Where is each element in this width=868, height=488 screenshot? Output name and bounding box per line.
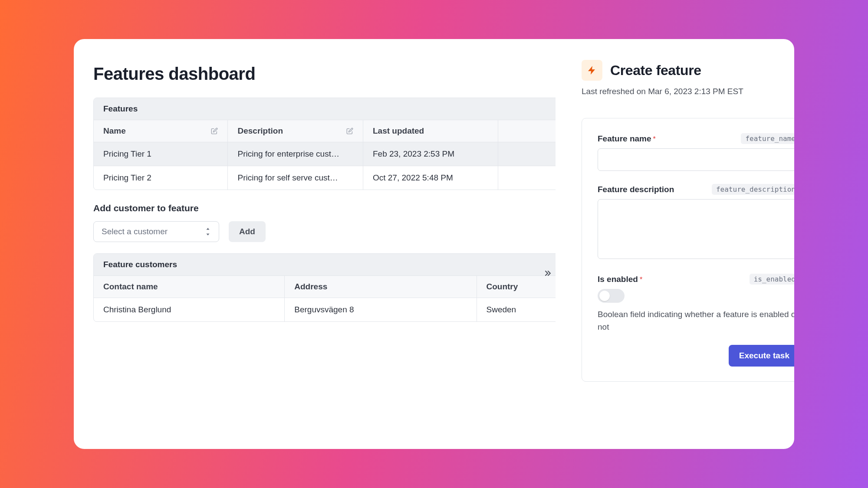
column-header-address[interactable]: Address	[285, 276, 477, 298]
cell-description: Pricing for enterprise cust…	[228, 142, 363, 166]
features-table: Features Name Description Last updated P…	[93, 98, 556, 190]
features-table-title: Features	[94, 98, 556, 120]
page-title: Features dashboard	[93, 64, 556, 84]
chevron-sort-icon	[205, 228, 211, 236]
features-header-row: Name Description Last updated	[94, 120, 556, 142]
customers-table-title: Feature customers	[94, 254, 556, 275]
column-header-name[interactable]: Name	[94, 120, 228, 142]
is-enabled-toggle[interactable]	[598, 289, 625, 303]
column-label: Country	[487, 282, 518, 291]
field-code: is_enabled	[750, 274, 794, 285]
customers-table: Feature customers Contact name Address C…	[93, 253, 556, 322]
app-card: Features dashboard Features Name Descrip…	[74, 39, 794, 449]
edit-icon	[211, 128, 218, 134]
cell-extra	[498, 142, 556, 166]
cell-country: Sweden	[477, 298, 556, 321]
customer-select[interactable]: Select a customer	[93, 221, 219, 242]
cell-address: Berguvsvägen 8	[285, 298, 477, 321]
cell-last-updated: Feb 23, 2023 2:53 PM	[363, 142, 498, 166]
column-label: Address	[294, 282, 327, 291]
side-panel-title: Create feature	[610, 62, 701, 79]
lightning-icon	[582, 60, 602, 81]
field-is-enabled: Is enabled* is_enabled Boolean field ind…	[598, 274, 794, 334]
feature-name-input[interactable]	[598, 148, 794, 171]
cell-description: Pricing for self serve cust…	[228, 166, 363, 190]
required-marker: *	[653, 135, 656, 143]
field-feature-name: Feature name* feature_name	[598, 133, 794, 171]
side-panel-header: Create feature	[582, 60, 794, 81]
field-code: feature_description	[712, 184, 794, 195]
last-refreshed-text: Last refreshed on Mar 6, 2023 2:13 PM ES…	[582, 87, 794, 96]
field-feature-description: Feature description feature_description	[598, 184, 794, 261]
feature-description-input[interactable]	[598, 199, 794, 259]
cell-name: Pricing Tier 2	[94, 166, 228, 190]
toggle-thumb	[599, 291, 610, 301]
cell-contact: Christina Berglund	[94, 298, 285, 321]
field-label: Is enabled	[598, 275, 638, 284]
column-header-last-updated[interactable]: Last updated	[363, 120, 498, 142]
create-feature-form: Feature name* feature_name Feature descr…	[582, 118, 794, 382]
execute-task-button[interactable]: Execute task	[729, 345, 794, 367]
column-header-description[interactable]: Description	[228, 120, 363, 142]
edit-icon	[346, 128, 353, 134]
cell-extra	[498, 166, 556, 190]
customers-header-row: Contact name Address Country	[94, 275, 556, 298]
field-help-text: Boolean field indicating whether a featu…	[598, 308, 794, 334]
select-placeholder: Select a customer	[102, 227, 168, 236]
field-code: feature_name	[741, 133, 794, 144]
add-button[interactable]: Add	[229, 221, 266, 242]
column-label: Description	[237, 126, 283, 136]
column-label: Name	[103, 126, 126, 136]
field-label: Feature name	[598, 134, 651, 143]
panel-collapse-handle[interactable]	[543, 269, 552, 279]
table-row[interactable]: Pricing Tier 1 Pricing for enterprise cu…	[94, 142, 556, 166]
add-customer-section-label: Add customer to feature	[93, 203, 556, 213]
column-label: Last updated	[373, 126, 424, 136]
side-panel: Create feature Last refreshed on Mar 6, …	[582, 60, 794, 382]
column-header-extra	[498, 120, 556, 142]
cell-name: Pricing Tier 1	[94, 142, 228, 166]
column-header-contact[interactable]: Contact name	[94, 276, 285, 298]
add-customer-row: Select a customer Add	[93, 221, 556, 242]
table-row[interactable]: Pricing Tier 2 Pricing for self serve cu…	[94, 166, 556, 190]
required-marker: *	[640, 276, 642, 283]
main-panel: Features dashboard Features Name Descrip…	[74, 39, 556, 449]
field-label: Feature description	[598, 185, 674, 194]
cell-last-updated: Oct 27, 2022 5:48 PM	[363, 166, 498, 190]
table-row[interactable]: Christina Berglund Berguvsvägen 8 Sweden	[94, 298, 556, 321]
column-label: Contact name	[103, 282, 158, 291]
